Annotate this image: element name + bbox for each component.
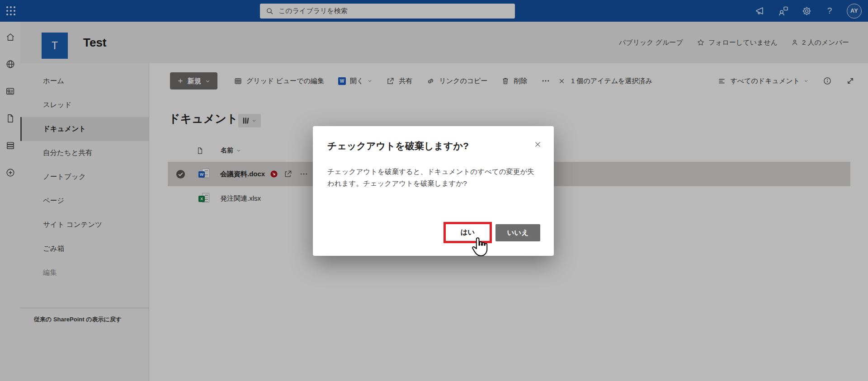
dialog-title: チェックアウトを破棄しますか? [327, 140, 469, 152]
no-button[interactable]: いいえ [495, 224, 540, 241]
yes-button[interactable]: はい [443, 222, 492, 243]
dialog-message: チェックアウトを破棄すると、ドキュメントのすべての変更が失われます。チェックアウ… [327, 166, 541, 189]
dialog-close-button[interactable] [532, 139, 543, 150]
discard-checkout-dialog: チェックアウトを破棄しますか? チェックアウトを破棄すると、ドキュメントのすべて… [313, 126, 554, 256]
close-icon [534, 141, 542, 148]
sharepoint-library-page: このライブラリを検索 ? [0, 0, 868, 381]
